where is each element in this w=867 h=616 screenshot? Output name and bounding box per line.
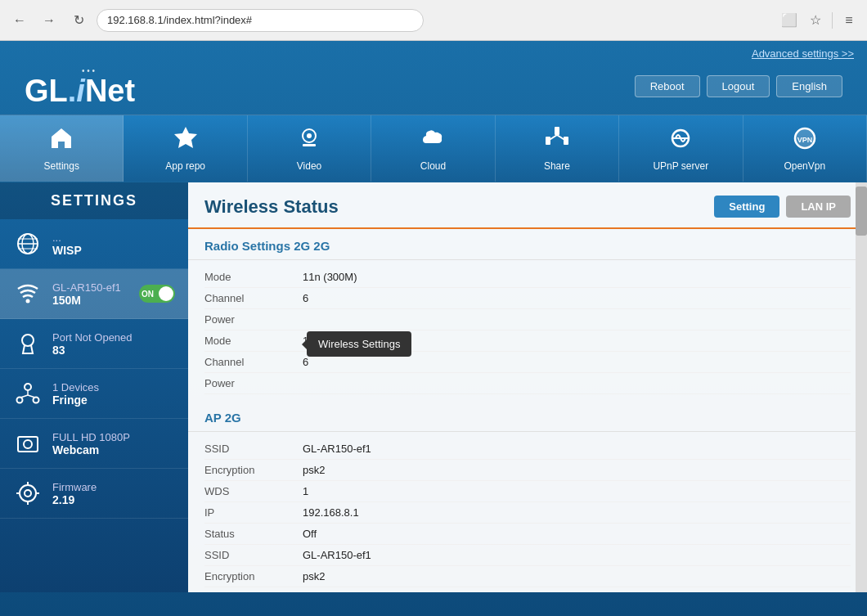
language-button[interactable]: English bbox=[776, 75, 842, 97]
table-row: Encryption psk2 bbox=[204, 460, 851, 481]
top-bar: Advanced settings >> bbox=[0, 41, 867, 66]
nav-item-settings[interactable]: Settings bbox=[0, 115, 124, 182]
table-row: Channel 6 bbox=[204, 288, 851, 309]
table-row: Mode 11n (300M) bbox=[204, 267, 851, 288]
sidebar-item-webcam[interactable]: FULL HD 1080P Webcam bbox=[0, 419, 188, 469]
ip-label-1: IP bbox=[204, 506, 303, 519]
mode-label-2: Mode bbox=[204, 335, 303, 347]
sidebar-title: SETTINGS bbox=[0, 182, 188, 219]
setting-button[interactable]: Setting bbox=[714, 196, 779, 218]
channel-label-1: Channel bbox=[204, 292, 303, 304]
advanced-settings-link[interactable]: Advanced settings >> bbox=[752, 47, 854, 60]
ssid-value-1: GL-AR150-ef1 bbox=[303, 443, 371, 455]
back-button[interactable]: ← bbox=[8, 9, 31, 32]
table-row: Channel 6 bbox=[204, 352, 851, 373]
devices-text: 1 Devices Fringe bbox=[52, 381, 99, 407]
nav-item-video[interactable]: Video bbox=[248, 115, 371, 182]
nav-share-label: Share bbox=[544, 160, 570, 172]
lan-ip-button[interactable]: LAN IP bbox=[786, 196, 851, 218]
nav-item-openvpn[interactable]: VPN OpenVpn bbox=[743, 115, 867, 182]
webcam-main-text: FULL HD 1080P bbox=[52, 431, 130, 443]
firmware-main-text: Firmware bbox=[52, 481, 97, 493]
svg-rect-25 bbox=[18, 437, 38, 452]
wireless-main-text: GL-AR150-ef1 bbox=[52, 281, 121, 294]
svg-point-21 bbox=[34, 398, 39, 403]
sidebar-item-port[interactable]: Port Not Opened 83 bbox=[0, 319, 188, 369]
port-main-text: Port Not Opened bbox=[52, 331, 133, 344]
devices-main-text: 1 Devices bbox=[52, 381, 99, 393]
sidebar-item-firmware[interactable]: Firmware 2.19 bbox=[0, 469, 188, 519]
mode-value-1: 11n (300M) bbox=[303, 271, 357, 283]
table-row: Encryption psk2 bbox=[204, 566, 851, 587]
port-text: Port Not Opened 83 bbox=[52, 331, 133, 357]
port-icon bbox=[13, 329, 43, 358]
wireless-icon bbox=[13, 279, 43, 308]
wisp-sub-text: WISP bbox=[52, 244, 82, 257]
channel-value-2: 6 bbox=[303, 356, 308, 368]
nav-cloud-label: Cloud bbox=[420, 160, 446, 172]
menu-icon[interactable]: ≡ bbox=[839, 11, 859, 30]
port-sub-text: 83 bbox=[52, 344, 133, 357]
vpn-icon: VPN bbox=[792, 125, 818, 157]
channel-label-2: Channel bbox=[204, 356, 303, 368]
encryption-value-2: psk2 bbox=[303, 570, 325, 582]
ip-value-1: 192.168.8.1 bbox=[303, 506, 359, 519]
wisp-icon bbox=[13, 229, 43, 259]
svg-point-20 bbox=[17, 398, 23, 403]
table-row: SSID GL-AR150-ef1 bbox=[204, 438, 851, 460]
cloud-icon bbox=[420, 125, 446, 157]
address-bar[interactable] bbox=[97, 9, 424, 32]
nav-app-repo-label: App repo bbox=[165, 160, 205, 172]
svg-point-18 bbox=[22, 335, 34, 346]
header: • • • GL.iNet Reboot Logout English bbox=[0, 66, 867, 115]
wireless-settings-tooltip: Wireless Settings bbox=[307, 331, 411, 357]
webcam-sub-text: Webcam bbox=[52, 443, 130, 456]
svg-point-17 bbox=[26, 299, 30, 304]
power-label-2: Power bbox=[204, 377, 303, 389]
status-value: Off bbox=[303, 528, 317, 540]
devices-sub-text: Fringe bbox=[52, 393, 99, 407]
scrollbar-thumb[interactable] bbox=[856, 187, 867, 236]
nav-item-upnp[interactable]: UPnP server bbox=[619, 115, 743, 182]
tabs-icon[interactable]: ⬜ bbox=[779, 11, 799, 30]
nav-settings-label: Settings bbox=[44, 160, 79, 172]
svg-point-26 bbox=[24, 440, 32, 448]
ap-2g-table: SSID GL-AR150-ef1 Encryption psk2 WDS 1 … bbox=[188, 432, 867, 592]
toggle-knob bbox=[159, 286, 173, 301]
toggle-container[interactable]: ON bbox=[139, 285, 175, 303]
content-header: Wireless Status Setting LAN IP bbox=[188, 182, 867, 229]
ssid-value-2: GL-AR150-ef1 bbox=[303, 549, 371, 561]
svg-point-1 bbox=[307, 133, 312, 138]
nav-openvpn-label: OpenVpn bbox=[784, 160, 825, 172]
table-row: Power bbox=[204, 309, 851, 330]
main-layout: SETTINGS ... WISP bbox=[0, 182, 867, 592]
content-header-buttons: Setting LAN IP bbox=[714, 196, 851, 218]
wds-value-1: 1 bbox=[303, 485, 308, 497]
firmware-sub-text: 2.19 bbox=[52, 493, 97, 506]
nav-item-cloud[interactable]: Cloud bbox=[371, 115, 495, 182]
wds-value-2: 1 bbox=[303, 591, 308, 592]
logout-button[interactable]: Logout bbox=[707, 75, 770, 97]
bookmark-icon[interactable]: ☆ bbox=[806, 11, 825, 30]
home-icon bbox=[48, 125, 74, 157]
devices-icon bbox=[13, 379, 43, 408]
sidebar-item-devices[interactable]: 1 Devices Fringe bbox=[0, 369, 188, 419]
table-row: WDS 1 bbox=[204, 587, 851, 592]
scrollbar[interactable] bbox=[856, 182, 867, 592]
wireless-toggle[interactable]: ON bbox=[139, 285, 175, 303]
forward-button[interactable]: → bbox=[38, 9, 61, 32]
upnp-icon bbox=[667, 125, 694, 157]
ssid-label-2: SSID bbox=[204, 549, 303, 561]
mode-label-1: Mode bbox=[204, 271, 303, 283]
sidebar-item-wireless[interactable]: GL-AR150-ef1 150M ON bbox=[0, 269, 188, 319]
wds-label-1: WDS bbox=[204, 485, 303, 497]
reboot-button[interactable]: Reboot bbox=[635, 75, 700, 97]
nav-item-app-repo[interactable]: App repo bbox=[124, 115, 247, 182]
sidebar-item-wisp[interactable]: ... WISP bbox=[0, 219, 188, 269]
table-row: IP 192.168.8.1 bbox=[204, 502, 851, 524]
nav-item-share[interactable]: Share bbox=[496, 115, 619, 182]
webcam-text: FULL HD 1080P Webcam bbox=[52, 431, 130, 456]
reload-button[interactable]: ↻ bbox=[67, 9, 90, 32]
toggle-label: ON bbox=[142, 290, 154, 299]
svg-point-27 bbox=[20, 485, 36, 501]
